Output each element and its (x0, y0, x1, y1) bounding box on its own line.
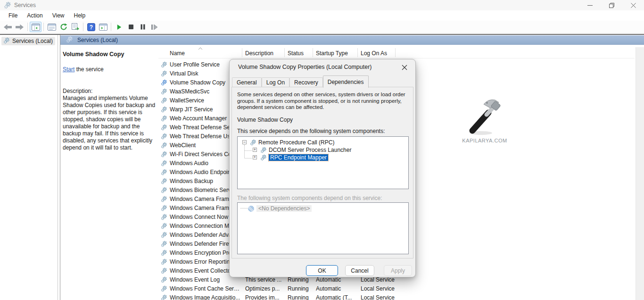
service-gear-icon (161, 285, 167, 292)
window-title: Services (14, 2, 36, 8)
show-console-tree-button[interactable] (30, 22, 41, 32)
expand-box-icon[interactable]: + (253, 148, 257, 152)
tab-dependencies[interactable]: Dependencies (323, 75, 369, 88)
column-divider[interactable] (313, 48, 313, 57)
services-icon (3, 37, 10, 45)
service-gear-icon (161, 223, 167, 229)
service-gear-icon (161, 106, 167, 113)
service-gear-icon (161, 79, 167, 86)
column-divider[interactable] (284, 48, 285, 57)
service-gear-icon (250, 139, 256, 146)
dependency-node[interactable]: <No Dependencies> (238, 205, 408, 212)
column-divider[interactable] (357, 48, 358, 57)
services-app-icon (4, 1, 11, 9)
properties-button[interactable] (46, 22, 58, 32)
vertical-scrollbar[interactable] (636, 47, 644, 300)
tab-general[interactable]: General (232, 77, 262, 87)
forward-button[interactable] (14, 22, 25, 32)
dependencies-tab-page: Some services depend on other services, … (231, 87, 413, 258)
service-gear-icon (161, 276, 167, 283)
dialog-tabs: GeneralLog OnRecoveryDependencies (232, 75, 369, 87)
back-button[interactable] (2, 22, 14, 32)
export-list-button[interactable] (69, 22, 81, 32)
dependency-label[interactable]: RPC Endpoint Mapper (269, 154, 328, 161)
service-gear-icon (161, 178, 167, 184)
expand-box-icon[interactable]: + (253, 155, 257, 159)
dependency-label[interactable]: DCOM Server Process Launcher (269, 147, 351, 153)
start-service-button[interactable] (113, 22, 125, 32)
dependency-node[interactable]: +DCOM Server Process Launcher (238, 146, 408, 154)
ok-button[interactable]: OK (306, 265, 338, 276)
service-action-line: Start the service (63, 66, 104, 73)
toolbar: ? (0, 21, 644, 33)
extended-view-header-label: Services (Local) (77, 37, 118, 43)
service-gear-icon (161, 115, 167, 122)
service-row[interactable]: Windows Font Cache ServiceOptimizes p...… (158, 284, 635, 293)
dialog-service-name: Volume Shadow Copy (237, 117, 293, 123)
collapse-box-icon[interactable]: − (242, 140, 247, 144)
close-button[interactable] (622, 0, 644, 10)
dependency-label[interactable]: <No Dependencies> (256, 205, 312, 212)
service-name: Windows Event Log (170, 276, 241, 283)
service-gear-icon (161, 151, 167, 158)
service-gear-icon (161, 133, 167, 140)
service-gear-icon (260, 154, 267, 161)
menu-action[interactable]: Action (22, 11, 47, 20)
start-service-link[interactable]: Start (63, 66, 74, 73)
tab-recovery[interactable]: Recovery (289, 77, 323, 87)
service-gear-icon (161, 205, 167, 211)
service-gear-icon (161, 142, 167, 149)
service-startup-type: Automatic (T... (316, 294, 359, 300)
stop-service-button[interactable] (125, 22, 137, 32)
dependency-label[interactable]: Remote Procedure Call (RPC) (258, 139, 334, 146)
toolbar-separator (27, 23, 28, 31)
service-gear-icon (161, 294, 167, 300)
service-gear-icon (260, 147, 267, 153)
service-gear-icon (161, 61, 167, 68)
dialog-close-icon[interactable] (400, 63, 409, 72)
menu-view[interactable]: View (48, 11, 69, 20)
caption-buttons (579, 0, 644, 10)
show-action-pane-button[interactable] (97, 22, 109, 32)
service-gear-icon (161, 124, 167, 131)
column-divider[interactable] (242, 48, 242, 57)
selected-service-title: Volume Shadow Copy (63, 51, 124, 58)
tab-log-on[interactable]: Log On (262, 77, 289, 87)
minimize-button[interactable] (579, 0, 601, 10)
dependency-node[interactable]: +RPC Endpoint Mapper (238, 154, 408, 161)
column-header-status[interactable]: Status (288, 50, 304, 57)
title-bar: Services (0, 0, 644, 10)
service-row[interactable]: Windows Image Acquisitio...Provides im..… (158, 293, 635, 300)
list-header: NameDescriptionStatusStartup TypeLog On … (158, 47, 635, 58)
pause-service-button[interactable] (137, 22, 149, 32)
service-gear-icon (161, 88, 167, 95)
toolbar-separator (83, 23, 83, 31)
watermark: KAPILARYA.COM (456, 96, 513, 143)
column-header-log-on-as[interactable]: Log On As (361, 50, 387, 57)
service-startup-type: Automatic (316, 285, 359, 292)
help-button[interactable]: ? (85, 22, 97, 32)
restore-button[interactable] (601, 0, 622, 10)
services-window: Services FileActionViewHelp ? Services (… (0, 0, 644, 300)
services-icon (66, 36, 73, 44)
description-text: Manages and implements Volume Shadow Cop… (63, 95, 159, 151)
menu-file[interactable]: File (4, 11, 22, 20)
dependents-heading: The following system components depend o… (237, 195, 382, 201)
column-header-startup-type[interactable]: Startup Type (316, 50, 348, 57)
service-status: Running (288, 276, 314, 283)
column-header-description[interactable]: Description (245, 50, 273, 57)
cancel-button[interactable]: Cancel (345, 265, 374, 276)
menu-help[interactable]: Help (69, 11, 91, 20)
panel-divider[interactable] (58, 35, 58, 300)
console-tree-item-services-local[interactable]: Services (Local) (1, 37, 55, 45)
service-gear-icon (161, 250, 167, 256)
column-header-name[interactable]: Name (170, 50, 185, 57)
refresh-button[interactable] (58, 22, 69, 32)
column-divider[interactable] (395, 48, 396, 57)
sort-ascending-icon (198, 45, 203, 51)
dependency-node[interactable]: −Remote Procedure Call (RPC) (238, 139, 408, 146)
dialog-title: Volume Shadow Copy Properties (Local Com… (238, 64, 372, 70)
restart-service-button[interactable] (149, 22, 160, 32)
service-gear-icon (161, 70, 167, 77)
service-name: Windows Font Cache Service (170, 285, 241, 292)
